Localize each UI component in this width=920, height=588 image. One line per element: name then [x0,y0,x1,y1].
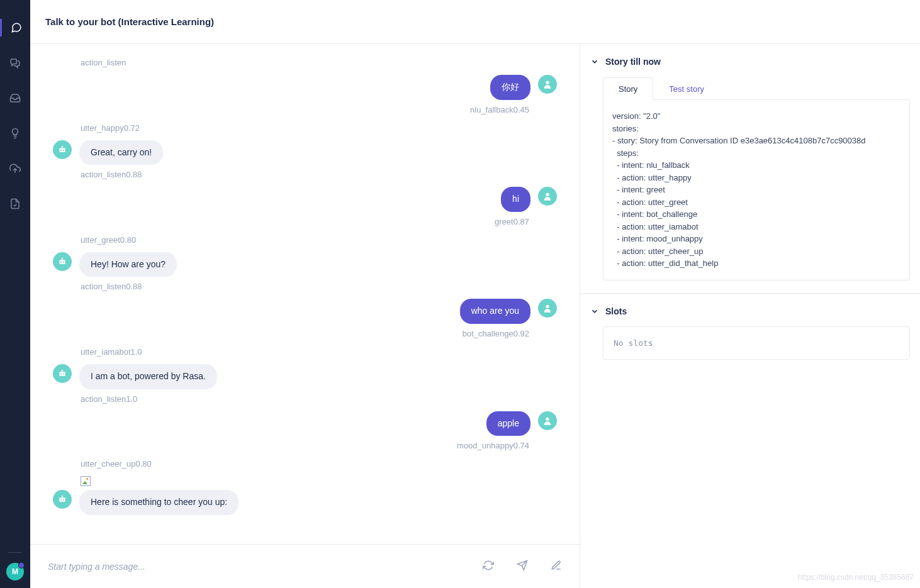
svg-rect-7 [59,260,65,264]
user-avatar[interactable]: M [6,563,24,580]
slots-section: Slots No slots [580,294,920,372]
broken-image-icon [81,476,91,486]
svg-point-20 [60,499,62,501]
right-panel: Story till now Story Test story version:… [580,44,920,588]
user-message-bubble[interactable]: hi [501,187,530,212]
body: action_listen你好nlu_fallback0.45utter_hap… [30,44,920,588]
svg-point-14 [60,374,62,375]
sidebar: M [0,0,30,588]
svg-point-5 [62,145,63,147]
chevron-down-icon [590,307,599,316]
sidebar-item-inbox[interactable] [0,89,30,107]
svg-rect-1 [59,148,65,152]
svg-point-15 [63,374,64,375]
bot-action-label[interactable]: action_listen1.0 [81,394,557,404]
story-title: Story till now [605,57,661,67]
conversations-icon [9,57,21,69]
bot-message-bubble[interactable]: Hey! How are you? [79,252,177,277]
sidebar-item-conversations[interactable] [0,54,30,72]
bot-action-label[interactable]: action_listen [81,58,557,67]
inbox-icon [9,92,21,104]
user-avatar-small [538,299,557,318]
story-content: version: "2.0" stories: - story: Story f… [603,100,910,280]
bot-action-label[interactable]: action_listen0.88 [81,170,557,179]
user-message-row: apple [53,411,557,436]
sidebar-item-insights[interactable] [0,125,30,142]
slots-content: No slots [603,326,910,360]
user-intent-label[interactable]: bot_challenge0.92 [53,329,529,338]
cloud-upload-icon [9,163,21,174]
user-message-row: 你好 [53,75,557,100]
svg-point-21 [63,499,64,501]
svg-point-8 [60,261,62,262]
bot-message-row: Hey! How are you? [53,252,557,277]
user-avatar-small [538,187,557,206]
send-button[interactable] [517,560,528,573]
bot-message-row: Great, carry on! [53,140,557,165]
sidebar-item-models[interactable] [0,160,30,177]
header: Talk to your bot (Interactive Learning) [30,0,920,44]
user-message-bubble[interactable]: 你好 [490,75,530,100]
bot-action-label[interactable]: action_listen0.88 [81,282,557,291]
svg-point-17 [62,370,63,371]
user-avatar-small [538,75,557,94]
slots-header[interactable]: Slots [585,306,910,316]
story-header[interactable]: Story till now [585,57,910,67]
page-title: Talk to your bot (Interactive Learning) [45,16,214,27]
send-icon [517,560,528,571]
bot-message-row: I am a bot, powered by Rasa. [53,364,557,389]
chevron-down-icon [590,57,599,66]
bot-avatar [53,252,72,271]
user-avatar-small [538,411,557,430]
bot-action-label[interactable]: utter_happy0.72 [81,123,557,133]
svg-point-12 [546,305,549,308]
svg-point-23 [62,496,63,497]
svg-point-9 [63,261,64,262]
main: Talk to your bot (Interactive Learning) … [30,0,920,588]
svg-rect-13 [59,372,65,376]
bot-message-row: Here is something to cheer you up: [53,490,557,515]
chat-area: action_listen你好nlu_fallback0.45utter_hap… [30,44,580,588]
story-section: Story till now Story Test story version:… [580,44,920,294]
user-message-row: hi [53,187,557,212]
user-message-row: who are you [53,299,557,324]
refresh-icon [483,560,494,571]
sidebar-item-data[interactable] [0,195,30,213]
user-intent-label[interactable]: mood_unhappy0.74 [53,441,529,450]
bot-avatar [53,140,72,159]
refresh-button[interactable] [483,560,494,573]
user-message-bubble[interactable]: who are you [460,299,530,324]
slots-title: Slots [605,306,627,316]
svg-point-3 [63,149,64,150]
svg-point-6 [546,193,549,196]
sidebar-divider [8,552,22,553]
user-intent-label[interactable]: greet0.87 [53,217,529,226]
file-icon [9,198,21,209]
user-message-bubble[interactable]: apple [486,411,530,436]
chat-scroll[interactable]: action_listen你好nlu_fallback0.45utter_hap… [30,44,580,544]
svg-point-18 [546,417,549,420]
svg-point-2 [60,149,62,150]
bot-message-bubble[interactable]: Here is something to cheer you up: [79,490,238,515]
input-bar [30,544,580,588]
chat-bubble-icon [11,22,22,33]
svg-rect-19 [59,497,65,502]
tab-story[interactable]: Story [603,77,653,100]
bot-action-label[interactable]: utter_greet0.80 [81,235,557,245]
svg-point-0 [546,81,549,84]
pencil-icon [551,560,562,571]
svg-point-11 [62,257,63,258]
tab-test-story[interactable]: Test story [653,77,720,100]
bot-message-bubble[interactable]: Great, carry on! [79,140,163,165]
bot-action-label[interactable]: utter_cheer_up0.80 [81,459,557,469]
edit-button[interactable] [551,560,562,573]
bot-avatar [53,364,72,383]
bot-message-bubble[interactable]: I am a bot, powered by Rasa. [79,364,217,389]
lightbulb-icon [9,128,21,139]
sidebar-item-talk[interactable] [0,19,30,36]
story-tabs: Story Test story [603,77,910,100]
message-input[interactable] [48,562,476,572]
bot-avatar [53,490,72,509]
bot-action-label[interactable]: utter_iamabot1.0 [81,347,557,357]
user-intent-label[interactable]: nlu_fallback0.45 [53,105,529,114]
